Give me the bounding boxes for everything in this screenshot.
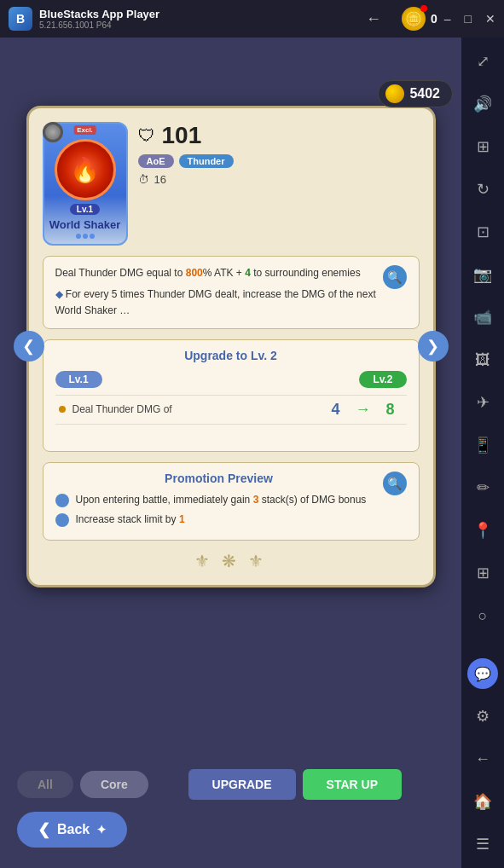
hero-info: 🛡 101 AoE Thunder ⏱ 16 xyxy=(138,122,420,246)
hero-image-icon: 🔥 xyxy=(70,156,100,184)
upgrade-dot-icon xyxy=(59,406,66,413)
discord-icon[interactable]: 💬 xyxy=(467,658,498,689)
promotion-text-1: Increase stack limit by 1 xyxy=(76,512,185,528)
thunder-tag: Thunder xyxy=(179,154,234,168)
menu-icon[interactable]: ☰ xyxy=(467,829,498,859)
desc-search-button[interactable]: 🔍 xyxy=(383,265,407,289)
timer-row: ⏱ 16 xyxy=(138,173,420,186)
back-sparkle-icon: ✦ xyxy=(96,823,107,836)
nav-prev-button[interactable]: ❮ xyxy=(14,331,44,362)
next-level-badge: Lv.2 xyxy=(359,371,406,388)
minimize-button[interactable]: – xyxy=(444,12,451,26)
current-level-badge: Lv.1 xyxy=(55,371,102,388)
nav-next-button[interactable]: ❯ xyxy=(418,331,449,362)
promotion-row-1: Increase stack limit by 1 xyxy=(55,512,407,528)
upgrade-current-val: 4 xyxy=(323,401,349,419)
upgrade-row-empty xyxy=(55,424,407,443)
nav-back-button[interactable]: ← xyxy=(366,10,381,28)
hero-level-badge: Lv.1 xyxy=(70,204,100,215)
maximize-button[interactable]: □ xyxy=(465,12,472,26)
aoe-tag: AoE xyxy=(138,154,174,168)
description-box: 🔍 Deal Thunder DMG equal to 800% ATK + 4… xyxy=(43,256,420,329)
sidebar-video-icon[interactable]: 📹 xyxy=(467,302,498,333)
tag-row: AoE Thunder xyxy=(138,154,420,168)
promotion-search-button[interactable]: 🔍 xyxy=(383,472,407,495)
upgrade-header: Lv.1 Lv.2 xyxy=(55,371,407,388)
starup-button[interactable]: STAR UP xyxy=(303,769,402,800)
app-version: 5.21.656.1001 P64 xyxy=(39,20,350,30)
hero-level-row: 🛡 101 xyxy=(138,122,420,149)
sidebar-camera-icon[interactable]: 📷 xyxy=(467,259,498,290)
promo-highlight-2: 1 xyxy=(179,513,185,525)
coin-notification-dot xyxy=(420,5,427,12)
excl-badge: Excl. xyxy=(73,125,96,135)
upgrade-button[interactable]: UPGRADE xyxy=(188,769,296,800)
coin-value: 0 xyxy=(431,12,437,26)
back-button[interactable]: ❮ Back ✦ xyxy=(17,812,127,848)
tab-core-button[interactable]: Core xyxy=(80,771,148,798)
app-name: BlueStacks App Player xyxy=(39,8,350,20)
back-label: Back xyxy=(57,822,90,837)
hero-portrait: 🔥 xyxy=(55,139,116,200)
sidebar-circle-icon[interactable]: ○ xyxy=(467,600,498,631)
sidebar-image-icon[interactable]: 🖼 xyxy=(467,344,498,375)
gold-icon xyxy=(385,84,404,103)
upgrade-row-0: Deal Thunder DMG of 4 → 8 xyxy=(55,395,407,424)
atk-value: 800 xyxy=(186,267,203,279)
promo-icon-1 xyxy=(55,513,69,527)
right-sidebar: ⤢ 🔊 ⊞ ↻ ⊡ 📷 📹 🖼 ✈ 📱 ✏ 📍 ⊞ ○ 💬 ⚙ ← 🏠 ☰ xyxy=(461,38,504,868)
back-nav-icon[interactable]: ← xyxy=(467,744,498,774)
sidebar-plane-icon[interactable]: ✈ xyxy=(467,387,498,418)
promo-highlight-1: 3 xyxy=(253,494,259,506)
close-button[interactable]: ✕ xyxy=(485,12,495,26)
hero-name: World Shaker xyxy=(49,218,121,231)
hero-badge-icon xyxy=(43,122,63,142)
promotion-title: Promotion Preview xyxy=(55,472,407,485)
shield-icon: 🛡 xyxy=(138,126,155,146)
titlebar-text: BlueStacks App Player 5.21.656.1001 P64 xyxy=(39,8,350,30)
hero-star-dots xyxy=(76,234,95,239)
window-controls: – □ ✕ xyxy=(444,12,495,26)
sidebar-grid-icon[interactable]: ⊡ xyxy=(467,217,498,247)
description-sub-text: ◆ For every 5 times Thunder DMG dealt, i… xyxy=(55,286,407,319)
sidebar-edit-icon[interactable]: ✏ xyxy=(467,472,498,503)
sidebar-layers-icon[interactable]: ⊞ xyxy=(467,131,498,162)
bottom-bar: All Core UPGRADE STAR UP xyxy=(0,769,419,800)
sidebar-stack-icon[interactable]: ⊞ xyxy=(467,558,498,588)
home-icon[interactable]: 🏠 xyxy=(467,786,498,817)
promo-icon-0 xyxy=(55,494,69,507)
hero-section: Excl. 🔥 Lv.1 World Shaker 🛡 101 xyxy=(43,122,420,246)
upgrade-title: Upgrade to Lv. 2 xyxy=(55,349,407,362)
back-arrow-icon: ❮ xyxy=(38,820,50,839)
titlebar: B BlueStacks App Player 5.21.656.1001 P6… xyxy=(0,0,504,38)
promotion-row-0: Upon entering battle, immediately gain 3… xyxy=(55,492,383,508)
timer-value: 16 xyxy=(154,173,166,186)
app-logo: B xyxy=(9,7,32,31)
tab-all-button[interactable]: All xyxy=(17,771,73,798)
promotion-text-0: Upon entering battle, immediately gain 3… xyxy=(76,492,367,508)
bonus-value: 4 xyxy=(245,267,251,279)
promotion-section: 🔍 Promotion Preview Upon entering battle… xyxy=(43,462,420,541)
hero-card: Excl. 🔥 Lv.1 World Shaker xyxy=(43,122,128,246)
main-area: 5402 ❮ ❯ Excl. 🔥 Lv.1 World Shaker xyxy=(0,38,461,868)
sidebar-phone-icon[interactable]: 📱 xyxy=(467,430,498,460)
hero-level-number: 101 xyxy=(162,122,202,149)
skill-card-panel: ❮ ❯ Excl. 🔥 Lv.1 World Shaker xyxy=(26,106,436,587)
upgrade-arrow-icon: → xyxy=(356,401,371,419)
sidebar-location-icon[interactable]: 📍 xyxy=(467,515,498,546)
sidebar-expand-icon[interactable]: ⤢ xyxy=(467,46,498,77)
timer-icon: ⏱ xyxy=(138,173,149,186)
sidebar-rotate-icon[interactable]: ↻ xyxy=(467,174,498,205)
description-text: Deal Thunder DMG equal to 800% ATK + 4 t… xyxy=(55,265,407,281)
bottom-decoration: ⚜ ❋ ⚜ xyxy=(43,551,420,571)
gold-bar: 5402 xyxy=(378,80,453,107)
settings-icon[interactable]: ⚙ xyxy=(467,701,498,732)
upgrade-next-val: 8 xyxy=(378,401,403,419)
upgrade-section: Upgrade to Lv. 2 Lv.1 Lv.2 Deal Thunder … xyxy=(43,339,420,452)
gold-value: 5402 xyxy=(409,86,440,101)
upgrade-row-label: Deal Thunder DMG of xyxy=(72,403,316,415)
sidebar-volume-icon[interactable]: 🔊 xyxy=(467,89,498,119)
